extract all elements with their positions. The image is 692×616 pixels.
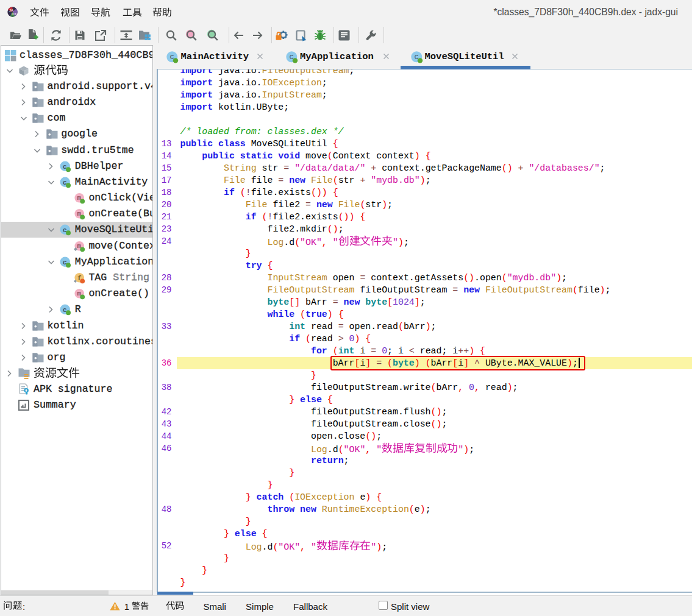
svg-text:DX: DX: [12, 12, 16, 16]
